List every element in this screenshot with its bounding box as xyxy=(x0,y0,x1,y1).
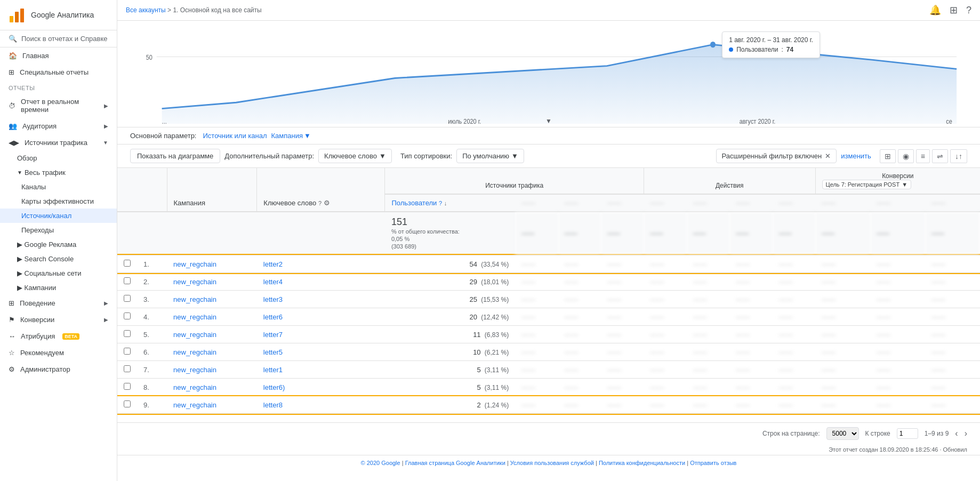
audience-label: Аудитория xyxy=(22,122,57,130)
filter-label: Расширенный фильтр включен xyxy=(722,152,822,160)
summary-blur-5: —— xyxy=(687,212,729,255)
row-checkbox-cell xyxy=(117,255,137,273)
row-checkbox[interactable] xyxy=(124,348,131,355)
go-to-input[interactable] xyxy=(897,428,918,439)
row-checkbox[interactable] xyxy=(124,365,131,372)
sidebar-item-special[interactable]: ⊞ Специальные отчеты xyxy=(0,64,117,81)
keyword-settings-icon[interactable]: ⚙ xyxy=(324,199,330,207)
sidebar-item-google-ads[interactable]: ▶ Google Реклама xyxy=(0,237,117,252)
chart-area: 1 авг. 2020 г. – 31 авг. 2020 г. Пользов… xyxy=(117,21,980,127)
dropdown-chevron: ▼ xyxy=(379,152,386,160)
sidebar-item-recommend[interactable]: ☆ Рекомендуем xyxy=(0,344,117,361)
more-view-button[interactable]: ↓↑ xyxy=(950,149,967,163)
sort-dropdown[interactable]: По умолчанию ▼ xyxy=(456,149,524,163)
summary-blur-7: —— xyxy=(773,212,815,255)
row-checkbox[interactable] xyxy=(124,330,131,337)
rows-per-page-select[interactable]: 5000 xyxy=(826,427,859,440)
campaign-cell-6: new_regchain xyxy=(167,343,257,361)
beta-badge: BETA xyxy=(62,333,79,340)
next-page-button[interactable]: › xyxy=(965,429,967,438)
row-checkbox[interactable] xyxy=(124,260,131,267)
chevron-icon: ▼ xyxy=(103,140,108,146)
sidebar-item-transitions[interactable]: Переходы xyxy=(0,223,117,237)
search-placeholder: Поиск в отчетах и Справке xyxy=(21,35,108,43)
blur-1-10: —— xyxy=(925,255,980,273)
sidebar-item-maps[interactable]: Карты эффективности xyxy=(0,194,117,209)
keyword-cell-5: letter7 xyxy=(257,326,385,343)
blurred-col-7-header: —— xyxy=(773,194,815,212)
svg-text:...: ... xyxy=(162,118,167,125)
secondary-param-dropdown[interactable]: Ключевое слово ▼ xyxy=(318,149,392,163)
blur-1-9: —— xyxy=(870,255,925,273)
sidebar-item-home[interactable]: 🏠 Главная xyxy=(0,47,117,64)
pie-view-button[interactable]: ◉ xyxy=(898,149,914,163)
sidebar-item-admin[interactable]: ⚙ Администратор xyxy=(0,361,117,378)
sidebar-item-source-channel[interactable]: Источник/канал xyxy=(0,209,117,223)
blurred-col-5-header: —— xyxy=(687,194,729,212)
sidebar-item-campaigns[interactable]: ▶ Кампании xyxy=(0,280,117,295)
row-checkbox[interactable] xyxy=(124,312,131,319)
sidebar-item-realtime[interactable]: ⏱ Отчет в реальном времени ▶ xyxy=(0,93,117,118)
sidebar-item-channels[interactable]: Каналы xyxy=(0,180,117,194)
list-view-button[interactable]: ≡ xyxy=(916,149,930,163)
notification-icon[interactable]: 🔔 xyxy=(929,4,941,16)
attribution-label: Атрибуция xyxy=(21,332,55,340)
source-channel-label: Источник/канал xyxy=(21,212,71,220)
sidebar-item-search-console[interactable]: ▶ Search Console xyxy=(0,252,117,266)
summary-blur-10: —— xyxy=(925,212,980,255)
footer-privacy-link[interactable]: Политика конфиденциальности xyxy=(599,460,685,466)
row-checkbox[interactable] xyxy=(124,400,131,407)
users-cell-2: 29 (18,01 %) xyxy=(385,273,515,291)
footer-feedback-link[interactable]: Отправить отзыв xyxy=(690,460,736,466)
change-filter-link[interactable]: изменить xyxy=(841,152,871,160)
source-channel-link[interactable]: Источник или канал xyxy=(203,132,267,140)
go-to-label: К строке xyxy=(865,430,890,437)
users-cell-5: 11 (6,83 %) xyxy=(385,326,515,343)
sidebar-item-social[interactable]: ▶ Социальные сети xyxy=(0,266,117,280)
sidebar-item-attribution[interactable]: ↔ Атрибуция BETA xyxy=(0,328,117,344)
tooltip-metric: Пользователи xyxy=(736,46,778,53)
breadcrumb-all-accounts[interactable]: Все аккаунты xyxy=(126,6,166,14)
conversions-icon: ⚑ xyxy=(9,316,15,324)
tooltip-dot xyxy=(729,47,733,52)
compare-view-button[interactable]: ⇌ xyxy=(932,149,948,163)
show-diagram-button[interactable]: Показать на диаграмме xyxy=(130,149,220,163)
footer-terms-link[interactable]: Условия пользования службой xyxy=(510,460,594,466)
breadcrumb: Все аккаунты > 1. Основной код на все са… xyxy=(126,6,262,14)
apps-icon[interactable]: ⊞ xyxy=(950,4,958,16)
users-cell-7: 5 (3,11 %) xyxy=(385,361,515,379)
help-icon[interactable]: ? xyxy=(966,5,971,16)
sidebar-item-behavior[interactable]: ⊞ Поведение ▶ xyxy=(0,295,117,311)
close-filter-button[interactable]: ✕ xyxy=(825,152,831,160)
behavior-icon: ⊞ xyxy=(9,299,14,307)
sidebar-item-overview[interactable]: Обзор xyxy=(0,151,117,165)
prev-page-button[interactable]: ‹ xyxy=(955,429,958,438)
grid-view-button[interactable]: ⊞ xyxy=(880,149,896,163)
sidebar-item-all-traffic[interactable]: ▼ Весь трафик xyxy=(0,165,117,180)
campaign-cell-4: new_regchain xyxy=(167,308,257,326)
sidebar-item-conversions[interactable]: ⚑ Конверсии ▶ xyxy=(0,311,117,328)
campaign-link[interactable]: Кампания ▼ xyxy=(271,132,311,140)
sidebar-item-traffic[interactable]: ◀▶ Источники трафика ▼ xyxy=(0,134,117,151)
row-checkbox[interactable] xyxy=(124,383,131,390)
keyword-col-header: Ключевое слово ? ⚙ xyxy=(263,199,378,207)
blurred-col-1-header: —— xyxy=(515,194,558,212)
row-checkbox[interactable] xyxy=(124,295,131,302)
svg-point-5 xyxy=(710,42,716,47)
users-header[interactable]: Пользователи ? ↓ xyxy=(385,194,515,212)
goal-dropdown[interactable]: Цель 7: Регистрация POST ▼ xyxy=(822,180,912,189)
tooltip-value: Пользователи: 74 xyxy=(729,46,813,53)
summary-blur-8: —— xyxy=(815,212,870,255)
home-icon: 🏠 xyxy=(9,52,17,60)
dropdown-arrow-icon: ▼ xyxy=(304,132,311,140)
content-area: 1 авг. 2020 г. – 31 авг. 2020 г. Пользов… xyxy=(117,21,980,481)
sidebar-item-audience[interactable]: 👥 Аудитория ▶ xyxy=(0,118,117,134)
footer-google-link[interactable]: © 2020 Google xyxy=(361,460,400,466)
row-checkbox[interactable] xyxy=(124,277,131,284)
table-row: 8. new_regchain letter6) 5 (3,11 %) ————… xyxy=(117,379,980,396)
active-filter: Расширенный фильтр включен ✕ xyxy=(716,149,837,163)
footer-ga-link[interactable]: Главная страница Google Аналитики xyxy=(405,460,505,466)
search-bar[interactable]: 🔍 Поиск в отчетах и Справке xyxy=(0,30,117,47)
sort-chevron: ▼ xyxy=(511,152,518,160)
scroll-down-arrow[interactable]: ▼ xyxy=(545,117,552,125)
